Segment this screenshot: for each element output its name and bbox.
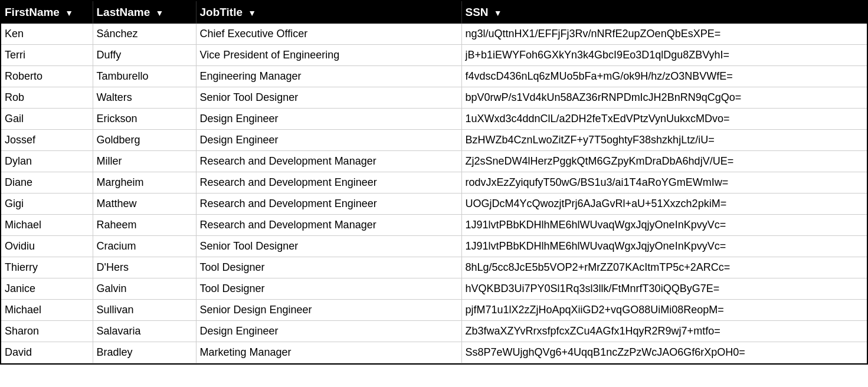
cell-jobtitle: Design Engineer <box>196 321 461 342</box>
cell-jobtitle: Senior Design Engineer <box>196 300 461 321</box>
col-header-ssn[interactable]: SSN ▼ <box>461 1 868 24</box>
cell-firstname: Terri <box>1 45 93 66</box>
cell-lastname: Goldberg <box>93 130 196 151</box>
cell-ssn: 1uXWxd3c4ddnClL/a2DH2feTxEdVPtzVynUukxcM… <box>461 109 868 130</box>
cell-ssn: 1J91lvtPBbKDHlhME6hlWUvaqWgxJqjyOneInKpv… <box>461 215 868 236</box>
cell-jobtitle: Research and Development Engineer <box>196 172 461 194</box>
cell-jobtitle: Research and Development Engineer <box>196 194 461 215</box>
cell-lastname: Galvin <box>93 278 196 300</box>
col-header-lastname[interactable]: LastName ▼ <box>93 1 196 24</box>
cell-lastname: Duffy <box>93 45 196 66</box>
cell-ssn: jB+b1iEWYFoh6GXkYn3k4GbcI9Eo3D1qlDgu8ZBV… <box>461 45 868 66</box>
cell-jobtitle: Senior Tool Designer <box>196 236 461 257</box>
cell-firstname: Ovidiu <box>1 236 93 257</box>
cell-firstname: Thierry <box>1 257 93 278</box>
cell-firstname: Jossef <box>1 130 93 151</box>
cell-jobtitle: Research and Development Manager <box>196 215 461 236</box>
sort-icon-jobtitle[interactable]: ▼ <box>248 8 256 18</box>
cell-lastname: Salavaria <box>93 321 196 342</box>
main-table-container: FirstName ▼ LastName ▼ JobTitle ▼ SSN ▼ … <box>0 0 868 365</box>
cell-firstname: Diane <box>1 172 93 194</box>
cell-lastname: Matthew <box>93 194 196 215</box>
cell-firstname: Roberto <box>1 66 93 87</box>
table-row: GigiMatthewResearch and Development Engi… <box>1 194 868 215</box>
cell-firstname: Sharon <box>1 321 93 342</box>
sort-icon-lastname[interactable]: ▼ <box>156 8 164 18</box>
cell-lastname: Erickson <box>93 109 196 130</box>
cell-ssn: Zb3fwaXZYvRrxsfpfcxZCu4AGfx1HqyR2R9wj7+m… <box>461 321 868 342</box>
cell-jobtitle: Tool Designer <box>196 278 461 300</box>
cell-lastname: Walters <box>93 87 196 109</box>
table-row: JossefGoldbergDesign EngineerBzHWZb4CznL… <box>1 130 868 151</box>
cell-ssn: rodvJxEzZyiqufyT50wG/BS1u3/ai1T4aRoYGmEW… <box>461 172 868 194</box>
table-row: MichaelRaheemResearch and Development Ma… <box>1 215 868 236</box>
cell-firstname: Michael <box>1 215 93 236</box>
cell-firstname: Michael <box>1 300 93 321</box>
col-label-ssn: SSN <box>466 6 489 18</box>
cell-ssn: BzHWZb4CznLwoZitZF+y7T5oghtyF38shzkhjLtz… <box>461 130 868 151</box>
cell-firstname: David <box>1 342 93 363</box>
cell-lastname: Cracium <box>93 236 196 257</box>
cell-lastname: Sánchez <box>93 24 196 45</box>
cell-ssn: 8hLg/5cc8JcE5b5VOP2+rMrZZ07KAcItmTP5c+2A… <box>461 257 868 278</box>
cell-jobtitle: Vice President of Engineering <box>196 45 461 66</box>
col-label-firstname: FirstName <box>5 6 60 18</box>
cell-jobtitle: Marketing Manager <box>196 342 461 363</box>
cell-ssn: f4vdscD436nLq6zMUo5bFa+mG/ok9H/hz/zO3NBV… <box>461 66 868 87</box>
cell-lastname: Tamburello <box>93 66 196 87</box>
cell-firstname: Janice <box>1 278 93 300</box>
table-row: ThierryD'HersTool Designer8hLg/5cc8JcE5b… <box>1 257 868 278</box>
col-header-firstname[interactable]: FirstName ▼ <box>1 1 93 24</box>
table-row: RobWaltersSenior Tool DesignerbpV0rwP/s1… <box>1 87 868 109</box>
cell-ssn: 1J91lvtPBbKDHlhME6hlWUvaqWgxJqjyOneInKpv… <box>461 236 868 257</box>
table-row: RobertoTamburelloEngineering Managerf4vd… <box>1 66 868 87</box>
cell-ssn: Zj2sSneDW4lHerzPggkQtM6GZpyKmDraDbA6hdjV… <box>461 151 868 172</box>
header-row: FirstName ▼ LastName ▼ JobTitle ▼ SSN ▼ <box>1 1 868 24</box>
table-row: MichaelSullivanSenior Design Engineerpjf… <box>1 300 868 321</box>
cell-jobtitle: Design Engineer <box>196 130 461 151</box>
data-table: FirstName ▼ LastName ▼ JobTitle ▼ SSN ▼ … <box>1 1 868 363</box>
table-row: SharonSalavariaDesign EngineerZb3fwaXZYv… <box>1 321 868 342</box>
cell-jobtitle: Design Engineer <box>196 109 461 130</box>
cell-firstname: Gigi <box>1 194 93 215</box>
sort-icon-firstname[interactable]: ▼ <box>65 8 73 18</box>
cell-jobtitle: Engineering Manager <box>196 66 461 87</box>
cell-jobtitle: Chief Executive Officer <box>196 24 461 45</box>
cell-jobtitle: Tool Designer <box>196 257 461 278</box>
table-row: DylanMillerResearch and Development Mana… <box>1 151 868 172</box>
cell-lastname: Miller <box>93 151 196 172</box>
cell-ssn: hVQKBD3Ui7PY0Sl1Rq3sl3llk/FtMnrfT30iQQBy… <box>461 278 868 300</box>
cell-ssn: bpV0rwP/s1Vd4kUn58AZ36rRNPDmIcJH2BnRN9qC… <box>461 87 868 109</box>
table-row: OvidiuCraciumSenior Tool Designer1J91lvt… <box>1 236 868 257</box>
cell-lastname: Margheim <box>93 172 196 194</box>
cell-ssn: ng3l/uQttnHX1/EFFjFj3Rv/nNRfE2upZOenQbEs… <box>461 24 868 45</box>
cell-jobtitle: Research and Development Manager <box>196 151 461 172</box>
cell-lastname: Bradley <box>93 342 196 363</box>
table-row: DavidBradleyMarketing ManagerSs8P7eWUjgh… <box>1 342 868 363</box>
cell-firstname: Dylan <box>1 151 93 172</box>
cell-firstname: Rob <box>1 87 93 109</box>
cell-lastname: Sullivan <box>93 300 196 321</box>
cell-firstname: Ken <box>1 24 93 45</box>
cell-firstname: Gail <box>1 109 93 130</box>
cell-jobtitle: Senior Tool Designer <box>196 87 461 109</box>
table-row: GailEricksonDesign Engineer1uXWxd3c4ddnC… <box>1 109 868 130</box>
cell-lastname: D'Hers <box>93 257 196 278</box>
col-label-lastname: LastName <box>97 6 150 18</box>
col-header-jobtitle[interactable]: JobTitle ▼ <box>196 1 461 24</box>
col-label-jobtitle: JobTitle <box>200 6 243 18</box>
cell-ssn: UOGjDcM4YcQwozjtPrj6AJaGvRl+aU+51Xxzch2p… <box>461 194 868 215</box>
cell-ssn: Ss8P7eWUjghQVg6+4UqqB1ncZzPzWcJAO6Gf6rXp… <box>461 342 868 363</box>
cell-ssn: pjfM71u1lX2zZjHoApqXiiGD2+vqGO88UiMi08Re… <box>461 300 868 321</box>
table-row: DianeMargheimResearch and Development En… <box>1 172 868 194</box>
table-row: TerriDuffyVice President of Engineeringj… <box>1 45 868 66</box>
sort-icon-ssn[interactable]: ▼ <box>494 8 502 18</box>
table-row: JaniceGalvinTool DesignerhVQKBD3Ui7PY0Sl… <box>1 278 868 300</box>
cell-lastname: Raheem <box>93 215 196 236</box>
table-row: KenSánchezChief Executive Officerng3l/uQ… <box>1 24 868 45</box>
